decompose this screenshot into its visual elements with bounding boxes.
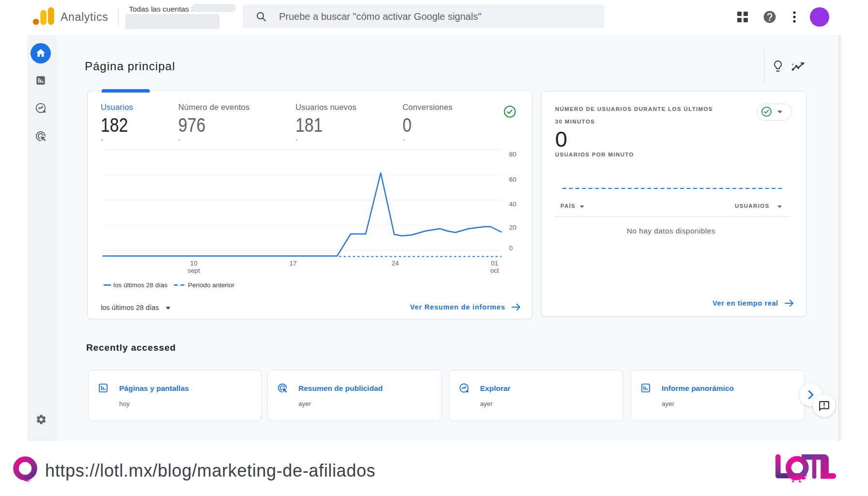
svg-text:20: 20 xyxy=(509,224,516,231)
svg-text:01: 01 xyxy=(491,260,498,267)
svg-text:oct: oct xyxy=(490,267,499,274)
svg-text:24: 24 xyxy=(391,260,399,267)
svg-text:80: 80 xyxy=(509,151,516,158)
svg-text:40: 40 xyxy=(509,201,516,208)
svg-text:17: 17 xyxy=(289,260,296,267)
svg-text:sept: sept xyxy=(187,267,200,274)
svg-text:10: 10 xyxy=(190,260,197,267)
svg-text:60: 60 xyxy=(509,176,516,183)
svg-text:0: 0 xyxy=(509,245,513,252)
